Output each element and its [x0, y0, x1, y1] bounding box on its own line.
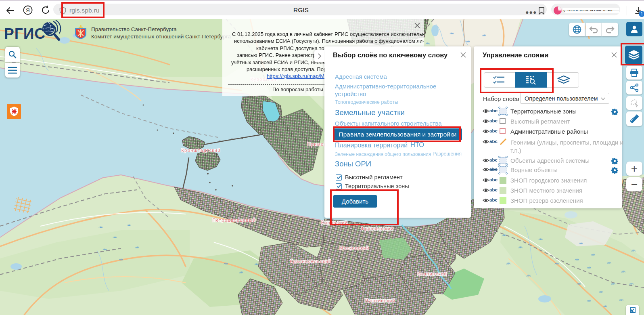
- svg-text:Кронштадтский: Кронштадтский: [181, 148, 221, 153]
- svg-text:Фрунзенский: Фрунзенский: [361, 226, 394, 231]
- svg-text:Я: Я: [26, 7, 29, 13]
- svg-text:Красносельский: Красносельский: [290, 259, 332, 264]
- svg-text:Петродворцовый: Петродворцовый: [212, 218, 256, 223]
- svg-text:Пушкинский: Пушкинский: [365, 298, 396, 303]
- svg-text:Московский: Московский: [339, 246, 369, 250]
- svg-text:Колпинский: Колпинский: [417, 271, 447, 276]
